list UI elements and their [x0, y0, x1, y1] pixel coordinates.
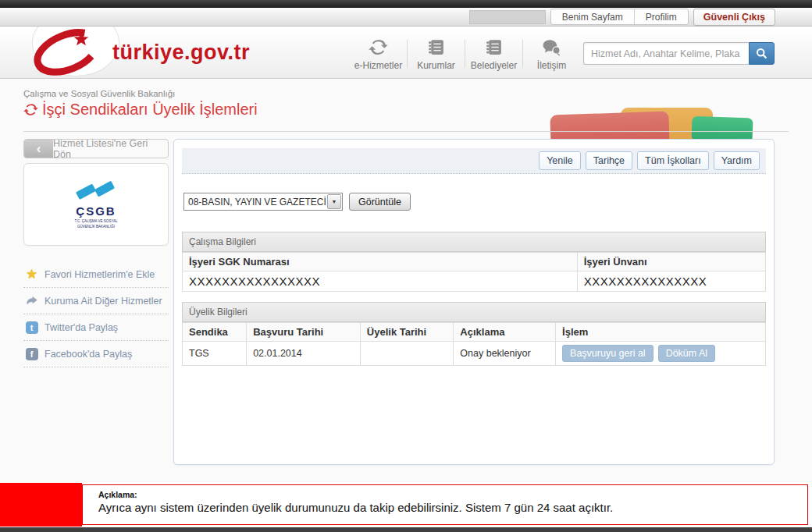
- nav-kurumlar[interactable]: Kurumlar: [408, 35, 465, 73]
- application-date-cell: 02.01.2014: [247, 342, 361, 366]
- column-header-uyelik: Üyelik Tarihi: [360, 323, 454, 342]
- column-header-sendika: Sendika: [183, 323, 247, 342]
- csgb-ribbon-icon: [72, 179, 120, 204]
- panel-toolbar: Yenile Tarihçe Tüm İşkolları Yardım: [182, 148, 766, 174]
- sidebar-link-label: Kuruma Ait Diğer Hizmetler: [45, 296, 162, 307]
- sector-select-value: 08-BASIN, YAYIN VE GAZETECİLİK: [184, 197, 326, 207]
- membership-date-cell: [360, 342, 454, 366]
- nav-label: e-Hizmetler: [354, 60, 402, 71]
- nav-label: İletişim: [537, 60, 566, 71]
- book-icon: [426, 37, 446, 57]
- sgk-number-value: XXXXXXXXXXXXXXXX: [183, 271, 578, 292]
- username-redacted: [469, 10, 546, 24]
- csgb-caption: T.C. ÇALIŞMA VE SOSYAL GÜVENLİK BAKANLIĞ…: [69, 219, 123, 230]
- work-info-section: Çalışma Bilgileri İşyeri SGK Numarası İş…: [182, 232, 766, 292]
- site-search: [583, 42, 775, 65]
- profile-button[interactable]: Profilim: [634, 9, 688, 24]
- notice-text: Ayrıca aynı sistem üzerinden üyelik duru…: [98, 501, 792, 514]
- membership-info-table: Sendika Başvuru Tarihi Üyelik Tarihi Açı…: [182, 322, 766, 366]
- column-header-aciklama: Açıklama: [454, 323, 556, 342]
- notice-box: Açıklama: Ayrıca aynı sistem üzerinden ü…: [82, 484, 808, 525]
- chat-icon: [542, 37, 561, 57]
- nav-e-hizmetler[interactable]: e-Hizmetler: [350, 35, 407, 73]
- back-button-label: Hizmet Listesi'ne Geri Dön: [53, 140, 168, 158]
- workplace-title-value: XXXXXXXXXXXXXXX: [577, 271, 765, 292]
- work-info-header: Çalışma Bilgileri: [182, 232, 766, 252]
- union-cell: TGS: [183, 342, 247, 366]
- page-head: Çalışma ve Sosyal Güvenlik Bakanlığı İşç…: [23, 89, 258, 119]
- sector-select[interactable]: 08-BASIN, YAYIN VE GAZETECİLİK ▼: [183, 193, 343, 211]
- logo-wordmark: türkiye.gov.tr: [112, 41, 250, 65]
- site-header: türkiye.gov.tr e-Hizmetler Kurumlar Bele…: [0, 27, 812, 79]
- ministry-logo-card: ÇSGB T.C. ÇALIŞMA VE SOSYAL GÜVENLİK BAK…: [23, 163, 169, 246]
- column-header-sgk: İşyeri SGK Numarası: [183, 253, 578, 271]
- column-header-islem: İşlem: [556, 323, 766, 342]
- account-topbar: Benim Sayfam Profilim Güvenli Çıkış: [0, 8, 812, 27]
- membership-info-section: Üyelik Bilgileri Sendika Başvuru Tarihi …: [182, 302, 766, 366]
- withdraw-application-button[interactable]: Başvuruyu geri al: [562, 345, 654, 362]
- share-arrow-icon: [25, 294, 38, 307]
- actions-cell: Başvuruyu geri al Döküm Al: [556, 342, 766, 366]
- notice-red-block: [0, 483, 82, 527]
- notice-area: Açıklama: Ayrıca aynı sistem üzerinden ü…: [0, 482, 812, 527]
- sidebar-link-label: Facebook'da Paylaş: [45, 349, 132, 360]
- membership-info-header: Üyelik Bilgileri: [182, 302, 766, 322]
- service-sync-icon: [23, 102, 38, 117]
- csgb-acronym: ÇSGB: [76, 204, 116, 218]
- sidebar-link-label: Twitter'da Paylaş: [45, 322, 118, 333]
- sidebar-link-label: Favori Hizmetlerim'e Ekle: [45, 269, 155, 280]
- column-header-basvuru: Başvuru Tarihi: [247, 323, 361, 342]
- nav-label: Belediyeler: [471, 60, 517, 71]
- turkiye-gov-logo[interactable]: türkiye.gov.tr: [30, 29, 250, 76]
- sidebar-item-share-twitter[interactable]: t Twitter'da Paylaş: [23, 314, 169, 341]
- sector-filter-row: 08-BASIN, YAYIN VE GAZETECİLİK ▼ Görüntü…: [183, 193, 764, 211]
- search-icon: [755, 47, 768, 60]
- search-input[interactable]: [583, 42, 749, 65]
- work-info-table: İşyeri SGK Numarası İşyeri Ünvanı XXXXXX…: [182, 252, 766, 292]
- refresh-button[interactable]: Yenile: [539, 151, 581, 170]
- window-bottom-strip: [0, 527, 812, 532]
- table-row: TGS 02.01.2014 Onay bekleniyor Başvuruyu…: [183, 342, 766, 366]
- history-button[interactable]: Tarihçe: [586, 151, 632, 170]
- nav-iletisim[interactable]: İletişim: [523, 35, 580, 73]
- back-to-service-list-button[interactable]: ‹ Hizmet Listesi'ne Geri Dön: [23, 139, 169, 158]
- sidebar-links: ★ Favori Hizmetlerim'e Ekle Kuruma Ait D…: [23, 261, 169, 367]
- help-button[interactable]: Yardım: [714, 151, 760, 170]
- sidebar-item-add-favorites[interactable]: ★ Favori Hizmetlerim'e Ekle: [23, 261, 169, 288]
- my-page-button[interactable]: Benim Sayfam: [551, 9, 634, 24]
- service-panel: Yenile Tarihçe Tüm İşkolları Yardım 08-B…: [173, 139, 775, 465]
- table-row: XXXXXXXXXXXXXXXX XXXXXXXXXXXXXXX: [183, 271, 766, 292]
- header-nav: e-Hizmetler Kurumlar Belediyeler İletişi…: [350, 35, 580, 73]
- facebook-icon: f: [25, 347, 38, 360]
- nav-belediyeler[interactable]: Belediyeler: [465, 35, 522, 73]
- window-top-strip: [0, 0, 812, 8]
- twitter-icon: t: [25, 321, 38, 334]
- sidebar-item-share-facebook[interactable]: f Facebook'da Paylaş: [23, 341, 169, 367]
- column-header-unvan: İşyeri Ünvanı: [577, 253, 765, 271]
- page-title: İşçi Sendikaları Üyelik İşlemleri: [42, 101, 258, 119]
- title-divider: [23, 131, 789, 132]
- account-nav: Benim Sayfam Profilim: [550, 9, 689, 25]
- sidebar-item-other-services[interactable]: Kuruma Ait Diğer Hizmetler: [23, 288, 169, 314]
- sync-icon: [369, 37, 388, 57]
- secure-logout-button[interactable]: Güvenli Çıkış: [693, 9, 775, 26]
- status-cell: Onay bekleniyor: [454, 342, 556, 366]
- browser-viewport: Benim Sayfam Profilim Güvenli Çıkış türk…: [0, 0, 812, 532]
- print-record-button[interactable]: Döküm Al: [658, 345, 716, 362]
- sidebar: ‹ Hizmet Listesi'ne Geri Dön ÇSGB T.C. Ç…: [23, 139, 169, 367]
- chevron-left-icon: ‹: [24, 140, 53, 158]
- edevlet-e-icon: [30, 29, 109, 76]
- ministry-name: Çalışma ve Sosyal Güvenlik Bakanlığı: [23, 89, 258, 98]
- search-button[interactable]: [749, 42, 775, 65]
- star-icon: ★: [25, 268, 38, 281]
- book-icon: [484, 37, 504, 57]
- nav-label: Kurumlar: [417, 60, 455, 71]
- chevron-down-icon: ▼: [327, 194, 341, 209]
- notice-label: Açıklama:: [98, 490, 792, 499]
- view-button[interactable]: Görüntüle: [349, 193, 411, 211]
- all-sectors-button[interactable]: Tüm İşkolları: [637, 151, 709, 170]
- page-content: Çalışma ve Sosyal Güvenlik Bakanlığı İşç…: [0, 80, 812, 482]
